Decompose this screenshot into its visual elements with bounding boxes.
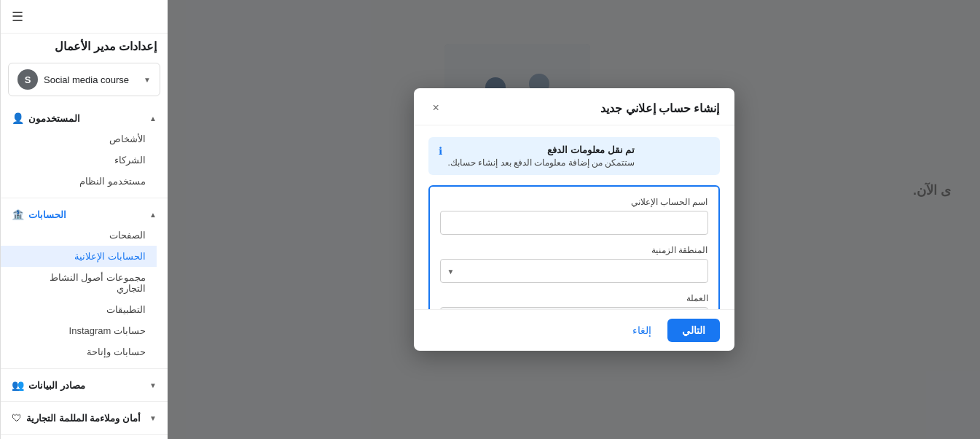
section-accounts-header[interactable]: الحسابات 🏦 — [1, 204, 168, 225]
section-users-title: المستخدمون — [28, 113, 80, 124]
modal-body: ℹ تم نقل معلومات الدفع ستتمكن من إضافة م… — [414, 125, 734, 309]
sidebar: Meta ☰ إعدادات مدير الأعمال ▼ Social med… — [0, 0, 168, 439]
section-integrations: التسجيلات 📋 — [1, 435, 168, 439]
section-brand-safety-header[interactable]: أمان وملاءمة المللمة التجارية 🛡 — [1, 408, 168, 428]
info-icon: ℹ — [439, 145, 442, 157]
info-banner-title: تم نقل معلومات الدفع — [448, 144, 635, 155]
ad-account-name-label: اسم الحساب الإعلاني — [440, 197, 708, 207]
modal-title: إنشاء حساب إعلاني جديد — [600, 101, 719, 115]
info-banner-subtitle: ستتمكن من إضافة معلومات الدفع بعد إنشاء … — [448, 158, 635, 168]
account-name: Social media course — [44, 74, 129, 85]
sidebar-header: Meta ☰ — [1, 0, 168, 34]
timezone-label: المنطقة الزمنية — [440, 245, 708, 255]
sidebar-item-apps[interactable]: التطبيقات — [1, 299, 157, 320]
section-brand-safety-title: أمان وملاءمة المللمة التجارية — [26, 413, 141, 424]
section-data-sources-title: مصادر البيانات — [28, 380, 85, 391]
users-icon: 👤 — [12, 112, 24, 124]
close-button[interactable]: × — [428, 100, 444, 116]
account-selector[interactable]: ▼ Social media course S — [8, 63, 160, 96]
create-ad-account-modal: إنشاء حساب إعلاني جديد × ℹ تم نقل معلوما… — [414, 88, 734, 351]
timezone-group: المنطقة الزمنية ▼ — [440, 245, 708, 283]
form-section: اسم الحساب الإعلاني المنطقة الزمنية ▼ — [428, 185, 720, 309]
sidebar-item-asset-groups[interactable]: مجموعات أصول النشاط التجاري — [1, 267, 157, 299]
account-avatar: S — [17, 69, 38, 90]
currency-group: العملة USD — دولار أمريكي — [440, 293, 708, 309]
sidebar-item-instagram[interactable]: حسابات Instagram — [1, 320, 157, 341]
section-data-sources-header[interactable]: مصادر البيانات 👥 — [1, 375, 168, 395]
data-sources-expand-icon — [149, 381, 157, 389]
section-accounts-title: الحسابات — [28, 209, 66, 220]
info-banner: ℹ تم نقل معلومات الدفع ستتمكن من إضافة م… — [428, 137, 720, 175]
section-users-header[interactable]: المستخدمون 👤 — [1, 108, 168, 128]
modal-overlay: إنشاء حساب إعلاني جديد × ℹ تم نقل معلوما… — [168, 0, 980, 439]
sidebar-item-system-users[interactable]: مستخدمو النظام — [1, 171, 157, 192]
section-users: المستخدمون 👤 الأشخاص الشركاء مستخدمو الن… — [1, 102, 168, 198]
account-chevron-icon: ▼ — [144, 76, 151, 84]
next-button[interactable]: التالي — [667, 319, 720, 342]
business-settings-title: إعدادات مدير الأعمال — [1, 34, 168, 57]
sidebar-item-ad-accounts[interactable]: الحسابات الإعلانية — [1, 246, 157, 267]
brand-safety-icon: 🛡 — [12, 412, 22, 424]
sidebar-item-people[interactable]: الأشخاص — [1, 128, 157, 149]
sidebar-item-pages[interactable]: الصفحات — [1, 225, 157, 246]
sidebar-item-accounts-access[interactable]: حسابات وإتاحة — [1, 341, 157, 362]
modal-footer: التالي إلغاء — [414, 309, 734, 351]
meta-logo: Meta — [113, 7, 157, 26]
hamburger-icon[interactable]: ☰ — [12, 9, 23, 25]
cancel-button[interactable]: إلغاء — [624, 319, 660, 342]
section-data-sources: مصادر البيانات 👥 — [1, 369, 168, 402]
timezone-select[interactable] — [440, 259, 708, 283]
sidebar-item-partners[interactable]: الشركاء — [1, 149, 157, 171]
brand-safety-expand-icon — [149, 414, 157, 422]
currency-label: العملة — [440, 293, 708, 303]
data-sources-icon: 👥 — [12, 379, 24, 391]
ad-account-name-input[interactable] — [440, 211, 708, 235]
ad-account-name-group: اسم الحساب الإعلاني — [440, 197, 708, 235]
timezone-select-wrapper: ▼ — [440, 259, 708, 283]
users-collapse-icon — [149, 114, 157, 123]
modal-header: إنشاء حساب إعلاني جديد × — [414, 88, 734, 125]
accounts-icon: 🏦 — [12, 209, 24, 220]
section-accounts: الحسابات 🏦 الصفحات الحسابات الإعلانية مج… — [1, 198, 168, 369]
accounts-collapse-icon — [149, 211, 157, 219]
section-brand-safety: أمان وملاءمة المللمة التجارية 🛡 — [1, 402, 168, 435]
